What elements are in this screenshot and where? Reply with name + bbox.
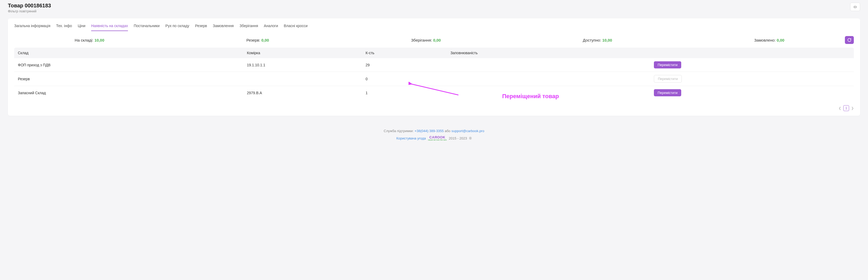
tab-0[interactable]: Загальна інформація bbox=[14, 24, 51, 31]
summary-label: На складі: bbox=[74, 38, 93, 43]
summary-row: На складі: 10,00 Резерв: 0,00 Зберігання… bbox=[8, 31, 860, 48]
footer-logo: CAЯOOK cause we love the cars bbox=[428, 136, 446, 141]
page-number[interactable]: 1 bbox=[843, 105, 849, 111]
cell-fill bbox=[446, 58, 650, 72]
summary-label: Резерв: bbox=[246, 38, 260, 43]
th-fill: Заповнюваність bbox=[446, 48, 650, 58]
cell-warehouse: Резерв bbox=[14, 72, 243, 86]
support-phone[interactable]: +38(044) 389-3355 bbox=[414, 129, 444, 133]
tabs: Загальна інформаціяТех. інфоЦіниНаявніст… bbox=[8, 19, 860, 31]
summary-label: Зберігання: bbox=[411, 38, 432, 43]
tab-3[interactable]: Наявність на складах bbox=[91, 24, 128, 31]
page-next[interactable]: ❯ bbox=[851, 106, 854, 110]
summary-available: Доступно: 10,00 bbox=[583, 38, 612, 43]
summary-reserve: Резерв: 0,00 bbox=[246, 38, 269, 43]
summary-label: Доступно: bbox=[583, 38, 601, 43]
cell-action: Перемістити bbox=[650, 72, 854, 86]
summary-value: 0,00 bbox=[433, 38, 441, 43]
move-button[interactable]: Перемістити bbox=[654, 61, 681, 68]
page-title: Товар 000186183 bbox=[8, 3, 51, 9]
cell-action: Перемістити bbox=[650, 58, 854, 72]
annotation-arrow bbox=[408, 82, 461, 97]
footer: Служба підтримки: +38(044) 389-3355 або … bbox=[0, 121, 868, 146]
tab-5[interactable]: Рух по складу bbox=[165, 24, 189, 31]
main-card: Загальна інформаціяТех. інфоЦіниНаявніст… bbox=[8, 19, 860, 116]
cell-warehouse: ФОП приход з ПДВ bbox=[14, 58, 243, 72]
tab-1[interactable]: Тех. інфо bbox=[56, 24, 72, 31]
logo-text: CAЯOOK bbox=[429, 135, 445, 139]
summary-value: 10,00 bbox=[602, 38, 612, 43]
cell-cell: 19.1.10.1.1 bbox=[243, 58, 362, 72]
move-button: Перемістити bbox=[654, 75, 682, 83]
cell-action: Перемістити bbox=[650, 86, 854, 100]
cell-cell bbox=[243, 72, 362, 86]
support-email[interactable]: support@carbook.pro bbox=[451, 129, 484, 133]
th-action bbox=[650, 48, 854, 58]
page-subtitle: Фільтр повітряний bbox=[8, 9, 51, 13]
page-prev[interactable]: ❮ bbox=[839, 106, 841, 110]
summary-value: 0,00 bbox=[261, 38, 269, 43]
support-or: або bbox=[445, 129, 451, 133]
summary-in-stock: На складі: 10,00 bbox=[74, 38, 104, 43]
refresh-icon bbox=[847, 38, 851, 42]
expand-icon bbox=[853, 5, 857, 9]
tab-2[interactable]: Ціни bbox=[78, 24, 85, 31]
tab-8[interactable]: Зберігання bbox=[240, 24, 258, 31]
refresh-button[interactable] bbox=[845, 36, 854, 44]
summary-label: Замовлено: bbox=[754, 38, 776, 43]
th-qty: К-сть bbox=[362, 48, 447, 58]
th-warehouse: Склад bbox=[14, 48, 243, 58]
cell-cell: 2979.B.A bbox=[243, 86, 362, 100]
expand-button[interactable] bbox=[850, 3, 860, 11]
user-agreement-link[interactable]: Користувача угода bbox=[397, 136, 426, 140]
move-button[interactable]: Перемістити bbox=[654, 89, 681, 96]
svg-line-2 bbox=[411, 84, 459, 95]
footer-years: 2015 - 2023 bbox=[449, 136, 467, 140]
tab-10[interactable]: Власні кросси bbox=[284, 24, 308, 31]
annotation-text: Переміщений товар bbox=[502, 93, 559, 100]
summary-ordered: Замовлено: 0,00 bbox=[754, 38, 784, 43]
logo-subtext: cause we love the cars bbox=[428, 139, 446, 141]
cell-qty: 29 bbox=[362, 58, 447, 72]
summary-value: 10,00 bbox=[94, 38, 104, 43]
tab-4[interactable]: Постачальники bbox=[134, 24, 160, 31]
tab-7[interactable]: Замовлення bbox=[213, 24, 234, 31]
cell-warehouse: Запасний Склад bbox=[14, 86, 243, 100]
support-label: Служба підтримки: bbox=[384, 129, 414, 133]
svg-rect-0 bbox=[854, 6, 856, 8]
th-cell: Комірка bbox=[243, 48, 362, 58]
cell-fill bbox=[446, 72, 650, 86]
summary-value: 0,00 bbox=[777, 38, 784, 43]
copyright-icon: ® bbox=[469, 136, 472, 140]
summary-storage: Зберігання: 0,00 bbox=[411, 38, 441, 43]
table-row: ФОП приход з ПДВ 19.1.10.1.1 29 Переміст… bbox=[14, 58, 854, 72]
tab-9[interactable]: Аналоги bbox=[264, 24, 278, 31]
pagination: ❮ 1 ❯ bbox=[8, 102, 860, 116]
tab-6[interactable]: Резерв bbox=[195, 24, 207, 31]
